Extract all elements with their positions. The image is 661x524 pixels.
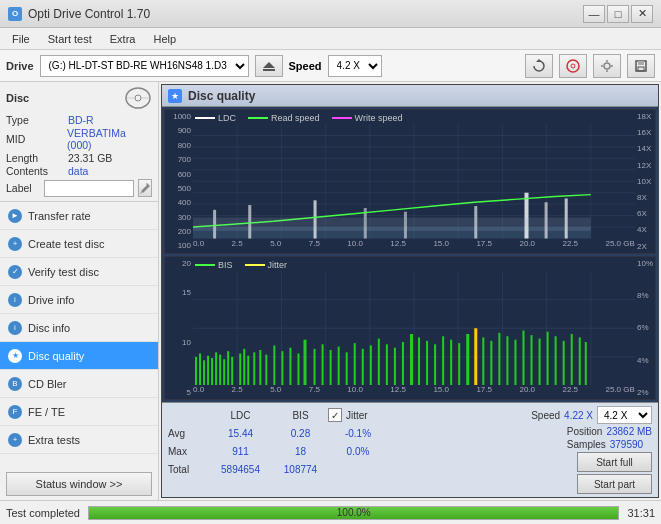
- nav-cd-bler[interactable]: B CD Bler: [0, 370, 158, 398]
- nav-icon-bler: B: [8, 377, 22, 391]
- settings-icon: [600, 59, 614, 73]
- maximize-button[interactable]: □: [607, 5, 629, 23]
- svg-rect-81: [330, 350, 332, 385]
- contents-label: Contents: [6, 165, 68, 177]
- menu-start-test[interactable]: Start test: [40, 31, 100, 47]
- stats-col-jitter: Jitter: [346, 410, 368, 421]
- app-icon: O: [8, 7, 22, 21]
- menu-help[interactable]: Help: [145, 31, 184, 47]
- settings-button[interactable]: [593, 54, 621, 78]
- quality-header: ★ Disc quality: [162, 85, 658, 107]
- nav-icon-fete: F: [8, 405, 22, 419]
- nav-create-test-disc[interactable]: + Create test disc: [0, 230, 158, 258]
- minimize-button[interactable]: —: [583, 5, 605, 23]
- svg-point-14: [135, 95, 141, 101]
- total-label: Total: [168, 464, 208, 475]
- svg-rect-64: [219, 354, 221, 385]
- svg-rect-89: [394, 347, 396, 385]
- jitter-checkbox[interactable]: ✓: [328, 408, 342, 422]
- menu-file[interactable]: File: [4, 31, 38, 47]
- svg-rect-108: [547, 331, 549, 385]
- disc-panel-icon: [124, 86, 152, 110]
- stats-avg-row: Avg 15.44 0.28 -0.1%: [168, 424, 531, 442]
- legend-write: Write speed: [332, 113, 403, 123]
- status-bar: Test completed 100.0% 31:31: [0, 500, 661, 524]
- stats-max-row: Max 911 18 0.0%: [168, 442, 531, 460]
- svg-rect-78: [304, 339, 307, 385]
- start-part-button[interactable]: Start part: [577, 474, 652, 494]
- nav-transfer-rate[interactable]: ► Transfer rate: [0, 202, 158, 230]
- svg-rect-85: [362, 348, 364, 385]
- nav-icon-create: +: [8, 237, 22, 251]
- legend-jitter-dot: [245, 264, 265, 266]
- svg-rect-74: [273, 345, 275, 385]
- svg-rect-68: [239, 353, 241, 385]
- label-edit-button[interactable]: [138, 179, 152, 197]
- chart1: LDC Read speed Write speed 1000: [164, 109, 656, 254]
- nav-label-quality: Disc quality: [28, 350, 84, 362]
- nav-extra-tests[interactable]: + Extra tests: [0, 426, 158, 454]
- nav-disc-info[interactable]: i Disc info: [0, 314, 158, 342]
- app-title: Opti Drive Control 1.70: [28, 7, 150, 21]
- chart2-y-left: 20 15 10 5: [165, 257, 193, 400]
- menu-bar: File Start test Extra Help: [0, 28, 661, 50]
- speed-label: Speed: [289, 60, 322, 72]
- label-input[interactable]: [44, 180, 134, 197]
- drive-select[interactable]: (G:) HL-DT-ST BD-RE WH16NS48 1.D3: [40, 55, 249, 77]
- svg-rect-96: [450, 339, 452, 385]
- svg-rect-100: [482, 337, 484, 385]
- refresh-button[interactable]: [525, 54, 553, 78]
- contents-value: data: [68, 165, 88, 177]
- start-full-button[interactable]: Start full: [577, 452, 652, 472]
- mid-value: VERBATIMa (000): [67, 127, 152, 151]
- svg-rect-84: [354, 343, 356, 385]
- legend-ldc: LDC: [195, 113, 236, 123]
- svg-rect-59: [199, 353, 201, 385]
- svg-rect-95: [442, 336, 444, 385]
- stats-total-row: Total 5894654 108774: [168, 460, 531, 478]
- nav-icon-disc: i: [8, 321, 22, 335]
- eject-button[interactable]: [255, 55, 283, 77]
- chart1-y-left: 1000 900 800 700 600 500 400 300 200 100: [165, 110, 193, 253]
- svg-point-3: [567, 60, 579, 72]
- label-field-label: Label: [6, 182, 40, 194]
- save-button[interactable]: [627, 54, 655, 78]
- nav-icon-extra: +: [8, 433, 22, 447]
- status-window-button[interactable]: Status window >>: [6, 472, 152, 496]
- svg-marker-0: [263, 62, 275, 68]
- menu-extra[interactable]: Extra: [102, 31, 144, 47]
- legend-write-dot: [332, 117, 352, 119]
- type-value: BD-R: [68, 114, 94, 126]
- speed-select-stats[interactable]: 4.2 X: [597, 406, 652, 424]
- nav-disc-quality[interactable]: ★ Disc quality: [0, 342, 158, 370]
- nav-verify-test-disc[interactable]: ✓ Verify test disc: [0, 258, 158, 286]
- speed-select[interactable]: 4.2 X: [328, 55, 382, 77]
- nav-label-bler: CD Bler: [28, 378, 67, 390]
- disc-icon: [566, 59, 580, 73]
- position-label: Position: [567, 426, 603, 437]
- main-content: Disc Type BD-R MID VERBATIMa (000) Lengt…: [0, 82, 661, 500]
- title-bar-left: O Opti Drive Control 1.70: [8, 7, 150, 21]
- length-row: Length 23.31 GB: [6, 152, 152, 164]
- svg-rect-109: [555, 336, 557, 385]
- disc-info-panel: Disc Type BD-R MID VERBATIMa (000) Lengt…: [0, 82, 158, 202]
- nav-drive-info[interactable]: i Drive info: [0, 286, 158, 314]
- svg-rect-72: [259, 350, 261, 385]
- close-button[interactable]: ✕: [631, 5, 653, 23]
- nav-fe-te[interactable]: F FE / TE: [0, 398, 158, 426]
- nav-items: ► Transfer rate + Create test disc ✓ Ver…: [0, 202, 158, 468]
- max-jitter: 0.0%: [328, 446, 388, 457]
- chart2-legend: BIS Jitter: [195, 260, 287, 270]
- label-row: Label: [6, 179, 152, 197]
- svg-rect-91: [410, 333, 413, 385]
- stats-col-bis: BIS: [273, 410, 328, 421]
- svg-rect-60: [203, 360, 205, 385]
- position-value: 23862 MB: [606, 426, 652, 437]
- chart1-y-right: 18X 16X 14X 12X 10X 8X 6X 4X 2X: [635, 110, 655, 253]
- svg-rect-82: [338, 346, 340, 385]
- status-text: Test completed: [6, 507, 80, 519]
- disc-button[interactable]: [559, 54, 587, 78]
- svg-rect-86: [370, 345, 372, 385]
- svg-rect-101: [490, 340, 492, 385]
- nav-icon-drive: i: [8, 293, 22, 307]
